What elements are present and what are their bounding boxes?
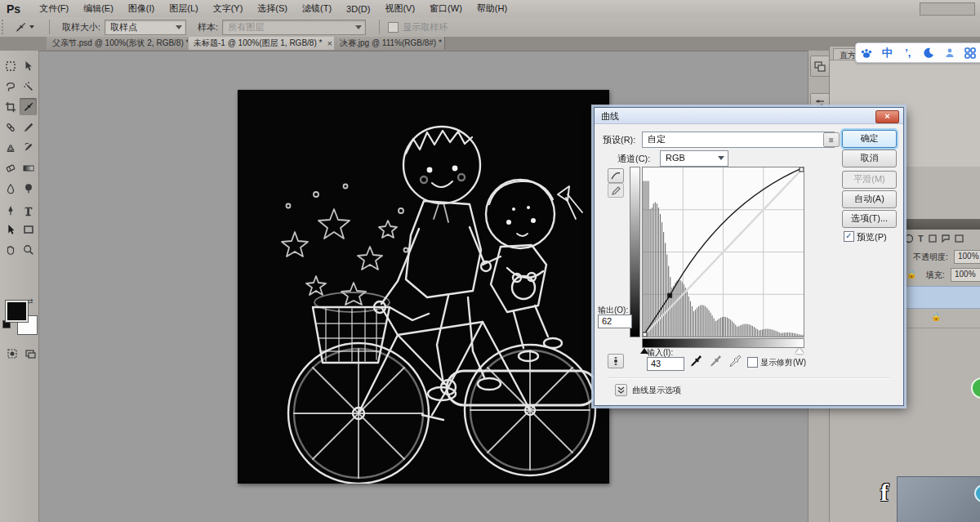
white-eyedropper-icon[interactable] <box>728 355 742 368</box>
ime-logo-paw-icon[interactable] <box>858 45 875 61</box>
ok-button[interactable]: 确定 <box>842 130 897 148</box>
ime-moon-icon[interactable] <box>920 45 938 61</box>
eraser-tool[interactable] <box>2 159 19 176</box>
photoshop-logo: Ps <box>7 2 20 16</box>
menu-edit[interactable]: 编辑(E) <box>76 2 121 15</box>
panel-grid-icon <box>814 60 826 72</box>
blur-drop-icon <box>5 183 16 194</box>
auto-button[interactable]: 自动(A) <box>842 190 897 208</box>
menu-3d[interactable]: 3D(D) <box>339 4 377 14</box>
display-options-label: 曲线显示选项 <box>632 385 681 396</box>
crop-tool[interactable] <box>2 98 19 115</box>
clone-stamp-tool[interactable] <box>2 139 19 156</box>
divider <box>608 377 890 379</box>
lasso-tool[interactable] <box>2 78 19 95</box>
menu-image[interactable]: 图像(I) <box>121 2 162 15</box>
double-chevron-down-icon <box>617 386 625 394</box>
menu-window[interactable]: 窗口(W) <box>422 2 470 15</box>
menu-file[interactable]: 文件(F) <box>32 2 76 15</box>
menu-filter[interactable]: 滤镜(T) <box>295 2 339 15</box>
dialog-title[interactable]: 曲线 <box>595 108 903 124</box>
history-brush-tool[interactable] <box>20 139 37 156</box>
tab-document-3[interactable]: 决赛.jpg @ 111%(RGB/8#) * × <box>334 37 445 50</box>
output-input[interactable]: 62 <box>598 315 632 328</box>
gray-eyedropper-icon[interactable] <box>709 355 722 368</box>
tab-document-2-active[interactable]: 未标题-1 @ 100%(图层 1, RGB/8) * × <box>188 37 345 50</box>
cancel-label: 取消 <box>861 153 879 163</box>
cancel-button[interactable]: 取消 <box>842 149 897 167</box>
canvas-document[interactable] <box>238 90 609 484</box>
channel-value: RGB <box>666 153 685 163</box>
divider <box>49 20 50 34</box>
ime-chinese-mode-button[interactable]: 中 <box>878 45 896 61</box>
ime-grid-icon[interactable] <box>961 45 979 61</box>
curves-dialog: 曲线 × 预设(R): 自定 ≡ 确定 取消 平滑(M) 自动(A) 选项(T)… <box>594 107 904 406</box>
preset-dropdown[interactable]: 自定 <box>642 132 835 148</box>
lock-icon[interactable]: 🔒 <box>906 270 916 279</box>
opacity-field[interactable]: 100% <box>954 250 980 264</box>
menu-view[interactable]: 视图(V) <box>377 2 422 15</box>
type-tool[interactable] <box>20 202 37 219</box>
zoom-tool[interactable] <box>20 241 37 258</box>
fill-field[interactable]: 100% <box>951 268 980 282</box>
quick-mask-button[interactable] <box>3 345 20 362</box>
dodge-tool[interactable] <box>20 180 37 197</box>
blur-tool[interactable] <box>2 180 19 197</box>
rectangle-shape-tool[interactable] <box>20 221 37 238</box>
healing-brush-tool[interactable] <box>2 118 19 136</box>
sample-dropdown[interactable]: 所有图层 <box>222 20 366 35</box>
eyedropper-tool-active[interactable] <box>20 98 37 115</box>
sample-size-dropdown[interactable]: 取样点 <box>105 20 186 35</box>
fill-label: 填充: <box>926 270 945 281</box>
show-clipping-checkbox[interactable] <box>747 357 758 368</box>
collapsed-panel-button-1[interactable] <box>810 56 830 77</box>
check-icon: ✓ <box>845 231 852 240</box>
layer-filter-icons[interactable]: T <box>903 233 969 244</box>
channel-dropdown[interactable]: RGB <box>660 150 728 167</box>
gradient-tool[interactable] <box>20 159 37 176</box>
hand-tool[interactable] <box>2 241 19 258</box>
ime-tone-button[interactable]: ’, <box>899 45 917 61</box>
swap-colors-icon[interactable]: ⇄ <box>27 296 33 306</box>
type-icon <box>23 205 34 216</box>
menu-select[interactable]: 选择(S) <box>250 2 295 15</box>
path-selection-tool[interactable] <box>2 221 19 238</box>
tab-close-icon[interactable]: × <box>327 38 332 48</box>
move-tool[interactable] <box>20 57 37 74</box>
brush-tool[interactable] <box>20 118 37 136</box>
pen-tool[interactable] <box>2 202 19 219</box>
options-button[interactable]: 选项(T)... <box>842 210 897 228</box>
sample-size-value: 取样点 <box>110 22 137 32</box>
edit-points-button[interactable] <box>608 168 624 183</box>
input-input[interactable]: 43 <box>647 357 684 371</box>
foreground-color-swatch[interactable] <box>6 301 28 322</box>
workspace-switcher[interactable] <box>920 2 975 16</box>
ime-person-icon[interactable] <box>941 45 959 61</box>
rectangular-marquee-tool[interactable] <box>2 57 19 74</box>
show-ring-checkbox[interactable] <box>388 22 399 33</box>
preset-options-button[interactable]: ≡ <box>823 132 840 147</box>
black-eyedropper-icon[interactable] <box>689 355 702 368</box>
dialog-close-button[interactable]: × <box>875 110 899 123</box>
white-point-slider[interactable] <box>795 348 804 354</box>
menu-help[interactable]: 帮助(H) <box>470 2 514 15</box>
display-options-toggle[interactable] <box>615 384 627 396</box>
tool-preset-picker[interactable] <box>15 21 34 33</box>
preview-checkbox[interactable]: ✓ <box>844 231 854 242</box>
curves-graph[interactable] <box>642 167 804 337</box>
menu-layer[interactable]: 图层(L) <box>162 2 205 15</box>
draw-curve-pencil-button[interactable] <box>608 183 624 198</box>
smooth-button[interactable]: 平滑(M) <box>842 171 897 189</box>
healing-icon <box>5 122 16 133</box>
screen-mode-button[interactable] <box>21 345 38 362</box>
tab-document-1[interactable]: 父亲节.psd @ 100%(形状 2, RGB/8) * × <box>47 37 198 50</box>
on-image-adjust-button[interactable] <box>608 354 624 368</box>
hand-adjust-icon <box>611 356 621 366</box>
opacity-value: 100% <box>958 252 979 261</box>
preview-label: 预览(P) <box>857 231 887 243</box>
menu-type[interactable]: 文字(Y) <box>206 2 251 15</box>
stamp-icon <box>5 142 16 154</box>
tab-label: 父亲节.psd @ 100%(形状 2, RGB/8) * <box>52 38 189 49</box>
fill-value: 100% <box>955 270 976 279</box>
magic-wand-tool[interactable] <box>20 78 37 95</box>
